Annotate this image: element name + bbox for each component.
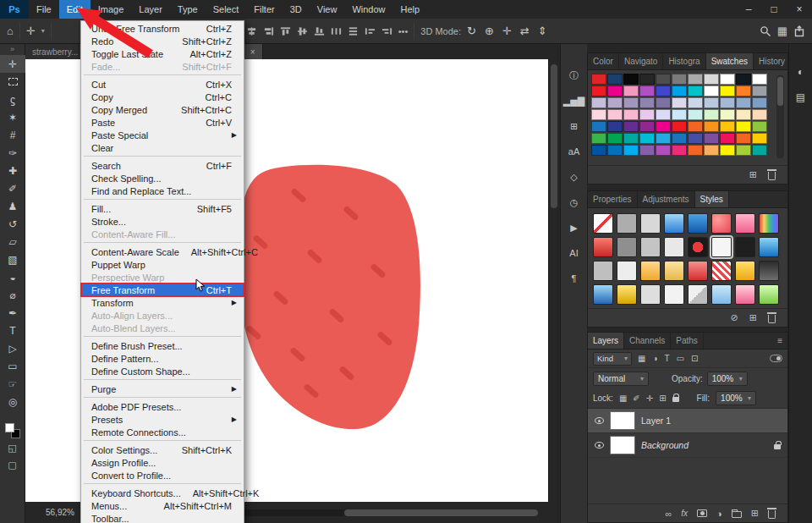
- color-swatch[interactable]: [704, 97, 719, 108]
- menu-item[interactable]: [81, 240, 244, 245]
- shape-tool[interactable]: ▭: [0, 357, 25, 375]
- menu-bar-item[interactable]: Type: [170, 0, 206, 19]
- style-thumbnail[interactable]: [759, 261, 779, 281]
- layer-row-layer1[interactable]: Layer 1: [588, 409, 787, 433]
- filter-pixel-icon[interactable]: ▦: [638, 354, 645, 363]
- vertical-scrollbar-thumb[interactable]: [551, 64, 557, 208]
- menu-item[interactable]: Find and Replace Text...: [81, 184, 244, 197]
- color-swatch[interactable]: [656, 85, 671, 96]
- 3d-pan-icon[interactable]: ✛: [502, 25, 512, 36]
- opacity-dropdown[interactable]: 100% ▾: [707, 372, 748, 386]
- color-swatch[interactable]: [688, 109, 703, 120]
- menu-item[interactable]: Define Custom Shape...: [81, 365, 244, 377]
- distribute-vertical-icon[interactable]: [348, 26, 359, 36]
- color-swatch[interactable]: [591, 97, 606, 108]
- menu-item[interactable]: Paste Special ▶: [81, 129, 244, 141]
- lock-paint-icon[interactable]: ✐: [633, 394, 639, 403]
- color-swatch[interactable]: [639, 145, 655, 156]
- hand-tool[interactable]: ☞: [0, 375, 25, 393]
- healing-brush-tool[interactable]: ✚: [0, 162, 25, 179]
- style-thumbnail[interactable]: [640, 261, 661, 281]
- menu-item[interactable]: Content-Aware Scale Alt+Shift+Ctrl+C: [81, 245, 244, 258]
- collapse-tools-icon[interactable]: »: [10, 44, 14, 55]
- color-swatch[interactable]: [720, 109, 735, 120]
- menu-item[interactable]: Stroke...: [81, 215, 244, 228]
- style-thumbnail[interactable]: [617, 261, 637, 281]
- menu-item[interactable]: Copy Ctrl+C: [81, 91, 244, 103]
- menu-item[interactable]: Define Brush Preset...: [81, 339, 244, 352]
- style-thumbnail[interactable]: [688, 237, 708, 257]
- menu-bar-item[interactable]: Layer: [131, 0, 170, 19]
- lock-position-icon[interactable]: ✛: [646, 394, 653, 403]
- menu-item[interactable]: Check Spelling...: [81, 172, 244, 184]
- 3d-roll-icon[interactable]: ⊕: [485, 25, 494, 36]
- color-swatch[interactable]: [720, 121, 735, 132]
- menu-bar-item[interactable]: Window: [344, 0, 392, 19]
- color-swatch[interactable]: [672, 109, 687, 120]
- style-thumbnail[interactable]: [617, 237, 637, 257]
- visibility-eye-icon[interactable]: [595, 417, 604, 424]
- panel-tab[interactable]: Histogra: [663, 53, 705, 69]
- move-tool-icon[interactable]: ✛: [26, 25, 36, 36]
- share-icon[interactable]: [793, 25, 805, 37]
- menu-item[interactable]: Redo Shift+Ctrl+Z: [81, 35, 244, 47]
- quick-mask-icon[interactable]: ◱: [8, 439, 16, 456]
- menu-item[interactable]: Keyboard Shortcuts... Alt+Shift+Ctrl+K: [81, 487, 244, 499]
- color-swatch[interactable]: [736, 74, 751, 85]
- style-thumbnail[interactable]: [735, 261, 755, 281]
- color-swatch[interactable]: [720, 133, 735, 144]
- character-icon[interactable]: aA: [561, 139, 587, 164]
- style-thumbnail[interactable]: [593, 213, 613, 234]
- link-layers-icon[interactable]: ∞: [666, 509, 672, 519]
- menu-bar-item[interactable]: Select: [206, 0, 247, 19]
- menu-item[interactable]: Undo Free Transform Ctrl+Z: [81, 22, 244, 35]
- color-swatch[interactable]: [752, 85, 767, 96]
- style-thumbnail[interactable]: [735, 237, 755, 257]
- color-swatch[interactable]: [607, 85, 623, 96]
- filter-adjustment-icon[interactable]: ◑: [652, 354, 657, 363]
- style-thumbnail[interactable]: [664, 284, 684, 305]
- distribute-right-icon[interactable]: [381, 26, 392, 36]
- quick-selection-tool[interactable]: ✶: [0, 108, 25, 126]
- color-swatch[interactable]: [591, 133, 606, 144]
- color-swatch[interactable]: [736, 145, 751, 156]
- menu-item[interactable]: Color Settings... Shift+Ctrl+K: [81, 443, 244, 456]
- color-swatch[interactable]: [607, 74, 623, 85]
- distribute-left-icon[interactable]: [365, 26, 376, 36]
- delete-style-icon[interactable]: [768, 315, 776, 323]
- menu-item[interactable]: [81, 482, 244, 487]
- color-swatch[interactable]: [736, 133, 751, 144]
- menu-item[interactable]: Auto-Blend Layers...: [81, 322, 244, 334]
- timeline-icon[interactable]: ◷: [561, 190, 587, 215]
- document-tab-inactive[interactable]: strawberry...: [25, 44, 80, 59]
- style-thumbnail[interactable]: [735, 284, 755, 305]
- color-swatch[interactable]: [688, 85, 703, 96]
- color-swatch[interactable]: [591, 74, 606, 85]
- style-thumbnail[interactable]: [711, 261, 732, 281]
- color-swatch[interactable]: [704, 85, 719, 96]
- menu-item[interactable]: Auto-Align Layers...: [81, 309, 244, 322]
- menu-bar-item[interactable]: Filter: [246, 0, 282, 19]
- history-brush-tool[interactable]: ↺: [0, 215, 25, 233]
- swatches-scrollbar-thumb[interactable]: [777, 77, 783, 106]
- panel-tab[interactable]: Swatches: [706, 53, 754, 69]
- color-swatch[interactable]: [623, 133, 639, 144]
- menu-bar-item[interactable]: Image: [91, 0, 132, 19]
- color-swatch[interactable]: [591, 121, 606, 132]
- menu-item[interactable]: Paste Ctrl+V: [81, 116, 244, 129]
- color-swatch[interactable]: [704, 133, 719, 144]
- search-icon[interactable]: [760, 25, 771, 37]
- color-swatch[interactable]: [688, 97, 703, 108]
- color-swatch[interactable]: [591, 145, 606, 156]
- color-swatch[interactable]: [672, 121, 687, 132]
- color-swatch[interactable]: [720, 145, 735, 156]
- filter-shape-icon[interactable]: ▭: [677, 354, 684, 363]
- color-swatch[interactable]: [623, 109, 639, 120]
- color-swatch[interactable]: [736, 121, 751, 132]
- style-thumbnail[interactable]: [640, 237, 661, 257]
- color-swatch[interactable]: [607, 121, 623, 132]
- color-swatch[interactable]: [623, 74, 639, 85]
- menu-bar-item[interactable]: 3D: [283, 0, 310, 19]
- menu-item[interactable]: Convert to Profile...: [81, 469, 244, 482]
- fill-dropdown[interactable]: 100% ▾: [716, 391, 756, 405]
